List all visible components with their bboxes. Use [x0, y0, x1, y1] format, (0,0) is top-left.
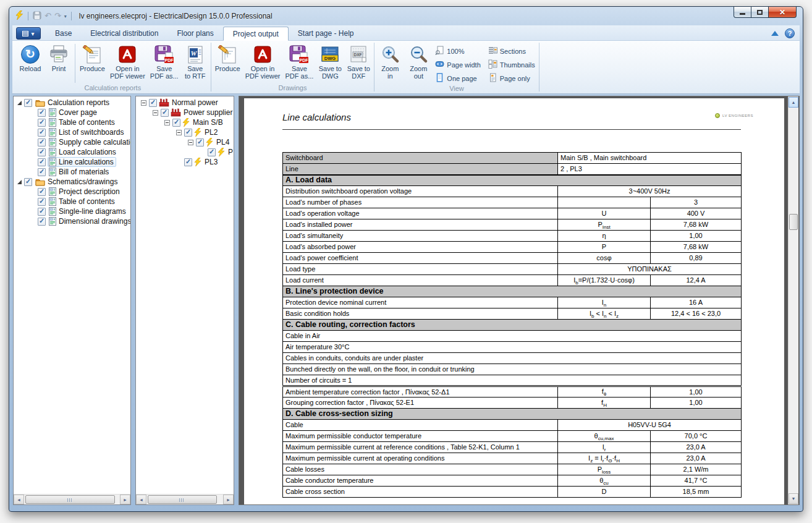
collapse-expander-icon[interactable] [141, 100, 146, 106]
checkbox[interactable] [196, 138, 204, 147]
ribbon-button-save-pdf-as[interactable]: PDFSavePDF as... [148, 43, 181, 80]
ribbon-button-produce[interactable]: Produce [77, 43, 108, 72]
tree-item-dimensional-drawings[interactable]: Dimensional drawings [14, 216, 130, 226]
qat-dropdown-icon[interactable]: ▾ [64, 14, 67, 19]
close-button[interactable]: ✕ [769, 7, 797, 18]
collapse-expander-icon[interactable] [164, 120, 170, 125]
pdf-icon [253, 44, 272, 65]
redo-button[interactable]: ↷ [54, 12, 61, 20]
doc-label-cell: Switchboard [283, 153, 558, 164]
tree-item-list-of-switchboards[interactable]: List of switchboards [14, 127, 130, 137]
tab-start-page-help[interactable]: Start page - Help [289, 27, 363, 40]
checkbox[interactable] [38, 138, 46, 147]
ribbon-button-print[interactable]: Print [44, 43, 73, 72]
checkbox[interactable] [38, 188, 46, 196]
scroll-left-button[interactable]: ◄ [14, 495, 24, 504]
ribbon-button-produce[interactable]: Produce [213, 43, 243, 72]
minimize-button[interactable] [734, 7, 751, 18]
circuit-item-p[interactable]: P [136, 147, 234, 157]
checkbox[interactable] [38, 198, 46, 206]
ribbon-button-save-to-dxf[interactable]: DXFSave toDXF [344, 43, 373, 80]
scroll-right-button[interactable]: ► [120, 495, 130, 504]
tree-item-single-line-diagrams[interactable]: Single-line diagrams [14, 206, 130, 216]
checkbox[interactable] [149, 99, 157, 107]
save-button[interactable] [33, 11, 41, 22]
ribbon-button-save-to-dwg[interactable]: DWGSave toDWG [316, 43, 344, 80]
checkbox[interactable] [38, 208, 46, 216]
scroll-left-button[interactable]: ◄ [136, 495, 146, 504]
tab-floor-plans[interactable]: Floor plans [167, 27, 222, 40]
scrollbar-thumb[interactable] [148, 495, 217, 504]
ribbon-button-open-in-pdf-viewer[interactable]: Open inPDF viewer [243, 43, 283, 80]
scroll-right-button[interactable]: ► [223, 495, 234, 504]
checkbox[interactable] [38, 168, 46, 176]
checkbox[interactable] [208, 148, 216, 156]
application-menu-button[interactable]: ▾ [16, 27, 41, 40]
help-button[interactable]: ? [785, 28, 795, 38]
doc-table-row: D. Cable cross-section sizing [283, 409, 742, 420]
checkbox[interactable] [38, 119, 46, 127]
circuit-item-pl3[interactable]: PL3 [136, 157, 234, 167]
checkbox[interactable] [24, 99, 32, 107]
ribbon-button-zoom-out[interactable]: Zoomout [404, 43, 433, 80]
tree-item-cover-page[interactable]: Cover page [14, 108, 130, 117]
ribbon-button-zoom-in[interactable]: Zoomin [376, 43, 404, 80]
circuit-item-power-supplier[interactable]: Power supplier [136, 108, 234, 117]
scrollbar-thumb[interactable] [789, 214, 798, 230]
ribbon-group-separator [211, 43, 211, 91]
view-button-one-page[interactable]: One page [433, 72, 483, 85]
tree-item-schematics-drawings[interactable]: Schematics/drawings [14, 177, 130, 187]
tab-electrical-distribution[interactable]: Electrical distribution [81, 27, 167, 40]
collapse-expander-icon[interactable] [153, 110, 158, 116]
checkbox[interactable] [184, 158, 192, 166]
circuit-item-normal-power[interactable]: Normal power [136, 98, 234, 108]
ribbon-button-open-in-pdf-viewer[interactable]: Open inPDF viewer [108, 43, 148, 80]
view-button-100[interactable]: 100% [433, 45, 483, 57]
ribbon-button-save-pdf-as[interactable]: PDFSavePDF as... [283, 43, 316, 80]
view-button-thumbnails[interactable]: Thumbnails [486, 59, 538, 71]
tree-item-table-of-contents[interactable]: Table of contents [14, 197, 130, 206]
ribbon-tabstrip: ▾ BaseElectrical distributionFloor plans… [12, 25, 800, 41]
undo-button[interactable]: ↶ [44, 12, 51, 20]
checkbox[interactable] [24, 178, 32, 186]
circuits-h-scrollbar[interactable]: ◄ ► [136, 494, 234, 504]
tree-item-bill-of-materials[interactable]: Bill of materials [14, 167, 130, 177]
circuit-item-main-s-b[interactable]: Main S/B [136, 117, 234, 127]
maximize-button[interactable] [751, 7, 769, 18]
document-v-scrollbar[interactable]: ▲ ▼ [788, 96, 798, 504]
tree-item-calculation-reports[interactable]: Calculation reports [14, 98, 130, 108]
checkbox[interactable] [184, 129, 192, 137]
view-button-page-only[interactable]: Page only [486, 72, 538, 85]
checkbox[interactable] [38, 158, 46, 166]
checkbox[interactable] [38, 218, 46, 226]
checkbox[interactable] [38, 109, 46, 117]
ribbon-button-save-to-rtf[interactable]: WSaveto RTF [181, 43, 209, 80]
view-button-page-width[interactable]: Page width [433, 59, 483, 71]
tree-item-table-of-contents[interactable]: Table of contents [14, 117, 130, 127]
tree-item-supply-cable-calculatio[interactable]: Supply cable calculatio [14, 137, 130, 147]
collapse-expander-icon[interactable] [176, 130, 182, 135]
reports-h-scrollbar[interactable]: ◄ ► [14, 494, 130, 504]
collapse-expander-icon[interactable] [188, 140, 193, 145]
tree-item-line-calculations[interactable]: Line calculations [14, 157, 130, 167]
checkbox[interactable] [38, 129, 46, 137]
checkbox[interactable] [161, 109, 169, 117]
circuit-item-pl2[interactable]: PL2 [136, 127, 234, 137]
doc-label-cell: Load's absorbed power [283, 242, 558, 253]
expander-icon[interactable] [16, 179, 22, 185]
tree-item-load-calculations[interactable]: Load calculations [14, 147, 130, 157]
checkbox[interactable] [172, 119, 180, 127]
doc-label-cell: Ambient temperature correction factor , … [283, 386, 558, 398]
ribbon-button-reload[interactable]: ↻Reload [16, 43, 44, 72]
view-button-sections[interactable]: Sections [486, 45, 538, 57]
scroll-up-button[interactable]: ▲ [789, 97, 798, 108]
circuit-item-pl4[interactable]: PL4 [136, 137, 234, 147]
checkbox[interactable] [38, 148, 46, 156]
expander-icon[interactable] [16, 100, 22, 106]
collapse-ribbon-icon[interactable] [771, 31, 779, 36]
tree-item-project-description[interactable]: Project description [14, 187, 130, 197]
tab-base[interactable]: Base [46, 27, 81, 40]
scroll-down-button[interactable]: ▼ [789, 493, 798, 504]
scrollbar-thumb[interactable] [25, 495, 115, 504]
tab-project-output[interactable]: Project output [223, 27, 289, 41]
